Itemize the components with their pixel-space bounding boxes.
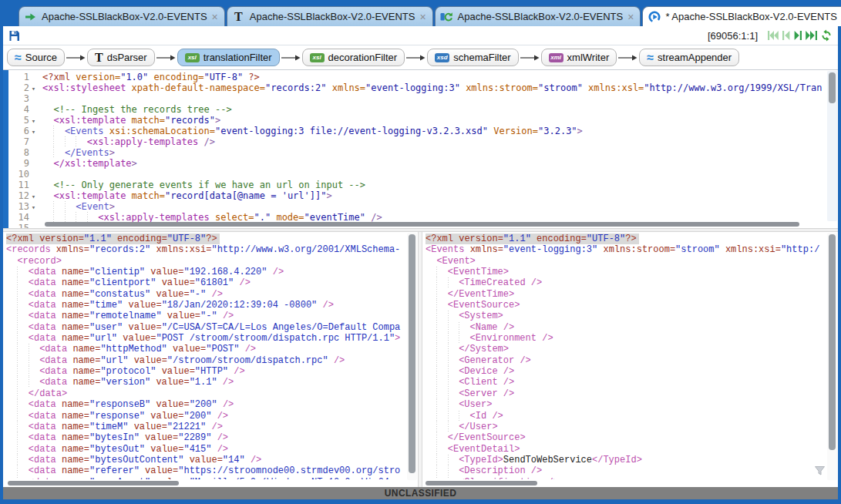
pipeline-arrow (520, 54, 540, 62)
fold-toggle-icon[interactable]: ▾ (29, 83, 38, 94)
fold-toggle-icon[interactable]: ▾ (29, 126, 38, 137)
pipeline-element-decorationFilter[interactable]: xsldecorationFilter (302, 49, 405, 66)
scrollbar-thumb-horizontal[interactable] (426, 481, 537, 486)
stream-reference: [69056:1:1] (708, 30, 758, 42)
scrollbar-thumb-horizontal[interactable] (8, 481, 179, 486)
xml-badge-icon: xml (549, 53, 563, 62)
code-line: <EventSource> (426, 300, 826, 311)
refresh-button[interactable] (820, 29, 833, 42)
output-vertical-scrollbar (827, 233, 837, 480)
fold-toggle-icon[interactable]: ▾ (29, 116, 38, 126)
editor-gutter: 12▾345▾6▾789101112▾13▾1415 (8, 70, 38, 228)
line-number: 11 (8, 180, 38, 190)
code-line: <record> (6, 256, 406, 267)
close-icon[interactable]: × (419, 12, 426, 22)
pipeline-element-translationFilter[interactable]: xsltranslationFilter (177, 49, 280, 66)
pipeline-arrow (156, 54, 176, 62)
code-line: <xsl:template match="record[data[@name =… (42, 190, 838, 201)
code-line: <User> (426, 399, 826, 410)
code-line: <Id /> (426, 411, 826, 422)
code-line: <data name="protocol" value="HTTP" /> (6, 366, 406, 377)
code-line: <xsl:template match="records"> (42, 115, 838, 126)
pipeline-element-streamAppender[interactable]: ≈streamAppender (639, 49, 739, 66)
input-vertical-scrollbar (407, 233, 417, 480)
output-horizontal-scrollbar (424, 480, 826, 486)
editor-code[interactable]: <?xml version="1.0" encoding="UTF-8" ?><… (38, 70, 838, 228)
code-line: <data name="responseB" value="200" /> (6, 399, 406, 410)
tab-label: * Apache-SSLBlackBox-V2.0-EVENTS (665, 11, 837, 22)
step-forward-button[interactable] (793, 30, 803, 41)
code-line: <data name="version" value="1.1" /> (6, 377, 406, 388)
scrollbar-thumb-vertical[interactable] (829, 234, 836, 450)
code-line: <TypeId>SendToWebService</TypeId> (426, 455, 826, 465)
code-line: <Events xmlns="event-logging:3" xmlns:st… (426, 244, 826, 255)
filter-icon[interactable] (815, 465, 825, 479)
code-line: <data name="user" value="/C=USA/ST=CA/L=… (6, 322, 406, 333)
line-number: 13▾ (8, 201, 38, 212)
code-line: <Event> (42, 201, 838, 212)
step-back-button[interactable] (781, 30, 791, 41)
input-pane[interactable]: <?xml version="1.1" encoding="UTF-8"?><r… (3, 232, 418, 487)
code-line: <data name="clientip" value="192.168.4.2… (6, 267, 406, 277)
pipeline-element-xmlWriter[interactable]: xmlxmlWriter (541, 49, 617, 66)
step-last-button[interactable] (806, 30, 818, 41)
input-code[interactable]: <?xml version="1.1" encoding="UTF-8"?><r… (6, 234, 406, 479)
code-line: <TimeCreated /> (426, 277, 826, 288)
code-line: <data name="response" value="200" /> (6, 411, 406, 422)
fold-toggle-icon[interactable]: ▾ (29, 202, 38, 213)
pipeline-element-dsParser[interactable]: TdsParser (87, 49, 155, 66)
pipeline-structure: ≈SourceTdsParserxsltranslationFilterxsld… (3, 45, 838, 70)
code-line: <data name="referer" value="https://stro… (6, 465, 406, 476)
fold-toggle-icon[interactable]: ▾ (29, 191, 38, 202)
step-first-button[interactable] (766, 30, 779, 41)
code-line: </data> (6, 388, 406, 399)
scrollbar-thumb-vertical[interactable] (409, 234, 415, 473)
tab-pipeline-stepper[interactable]: * Apache-SSLBlackBox-V2.0-EVENTS × (642, 6, 841, 26)
line-number: 10 (8, 169, 38, 180)
line-number: 14 (8, 212, 38, 223)
pipeline-arrow (406, 54, 426, 62)
code-line: <Client /> (426, 377, 826, 388)
xsl-badge-icon: xsl (310, 53, 325, 62)
element-label: xmlWriter (567, 52, 610, 63)
element-label: schemaFilter (453, 52, 510, 63)
close-icon[interactable]: × (211, 12, 219, 22)
tab-xslt[interactable]: Apache-SSLBlackBox-V2.0-EVENTS × (435, 6, 641, 26)
step-data-panes: <?xml version="1.1" encoding="UTF-8"?><r… (3, 232, 838, 487)
code-line: <xsl:apply-templates /> (42, 136, 838, 147)
close-icon[interactable]: × (627, 12, 634, 22)
line-number: 1 (8, 72, 38, 82)
scrollbar-thumb-vertical[interactable] (829, 72, 836, 103)
code-line: <Events xsi:schemaLocation="event-loggin… (42, 126, 838, 136)
editor-vertical-scrollbar (827, 71, 837, 221)
element-label: dsParser (107, 52, 147, 63)
pipeline-arrow (66, 54, 86, 62)
tab-feed[interactable]: Apache-SSLBlackBox-V2.0-EVENTS × (19, 6, 225, 26)
pipeline-element-schemaFilter[interactable]: xsdschemaFilter (427, 49, 518, 66)
output-code[interactable]: <?xml version="1.1" encoding="UTF-8"?><E… (426, 234, 826, 479)
line-number: 15 (8, 223, 38, 228)
code-line: </User> (426, 422, 826, 432)
save-button[interactable] (8, 30, 20, 42)
code-line: <data name="time" value="18/Jan/2020:12:… (6, 300, 406, 311)
element-label: translationFilter (204, 52, 272, 63)
pipeline-element-Source[interactable]: ≈Source (7, 49, 65, 66)
code-line: <data name="url" value="/stroom/stroom/d… (6, 355, 406, 366)
code-line: </xsl:template> (42, 158, 838, 169)
line-number: 8 (8, 147, 38, 158)
line-number: 6▾ (8, 126, 38, 136)
code-line: <data name="bytesOut" value="415" /> (6, 444, 406, 455)
xslt-editor[interactable]: 12▾345▾6▾789101112▾13▾1415 <?xml version… (3, 70, 838, 228)
tab-label: Apache-SSLBlackBox-V2.0-EVENTS (458, 11, 624, 22)
code-line: <data name="timeM" value="21221" /> (6, 422, 406, 432)
code-line: <?xml version="1.1" encoding="UTF-8"?> (426, 234, 826, 244)
code-line: <data name="userAgent" value="Mozilla/5.… (6, 477, 406, 479)
feed-arrow-icon (24, 11, 37, 23)
output-pane[interactable]: <?xml version="1.1" encoding="UTF-8"?><E… (422, 232, 838, 487)
code-line: <Event> (426, 256, 826, 267)
scrollbar-thumb-horizontal[interactable] (45, 222, 799, 227)
code-line: <!-- Ingest the records tree --> (42, 104, 838, 115)
line-number: 12▾ (8, 190, 38, 201)
editor-focus-strip (3, 70, 8, 228)
tab-text-converter[interactable]: T Apache-SSLBlackBox-V2.0-EVENTS × (227, 6, 433, 26)
